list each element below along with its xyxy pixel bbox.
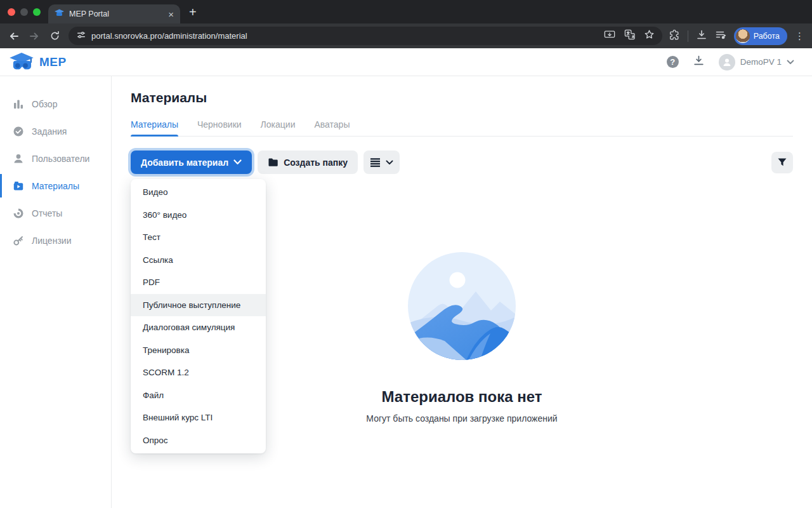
dense-list-icon (370, 157, 381, 168)
check-circle-icon (13, 126, 24, 137)
tab-locations[interactable]: Локации (261, 119, 296, 136)
sidebar-item-label: Материалы (32, 181, 79, 191)
sidebar-item-label: Пользователи (32, 154, 89, 164)
sidebar-item-tasks[interactable]: Задания (0, 117, 111, 145)
dropdown-item-lti-course[interactable]: Внешний курс LTI (131, 406, 266, 429)
add-material-label: Добавить материал (141, 157, 228, 168)
browser-tabstrip: MEP Portal × + (0, 0, 812, 23)
browser-profile-chip[interactable]: Работа (734, 27, 787, 45)
app-header: MEP ? DemoPV 1 (0, 48, 812, 76)
view-mode-button[interactable] (363, 150, 400, 174)
mep-logo-icon (9, 52, 34, 72)
downloads-icon[interactable] (696, 29, 707, 43)
browser-menu-icon[interactable]: ⋮ (795, 30, 804, 42)
sidebar-item-licenses[interactable]: Лицензии (0, 227, 111, 254)
user-name: DemoPV 1 (740, 57, 782, 67)
create-folder-button[interactable]: Создать папку (258, 150, 358, 174)
filter-button[interactable] (771, 152, 793, 173)
tab-materials[interactable]: Материалы (131, 119, 178, 136)
back-icon[interactable] (5, 27, 23, 45)
dropdown-item-pdf[interactable]: PDF (131, 271, 266, 294)
reload-icon[interactable] (46, 27, 63, 45)
funnel-icon (777, 157, 787, 167)
mountains-illustration (408, 252, 516, 360)
sidebar-item-label: Лицензии (32, 236, 71, 246)
page-title: Материалы (131, 90, 793, 105)
content-tabs: Материалы Черновики Локации Аватары (131, 119, 793, 137)
forward-icon[interactable] (25, 27, 43, 45)
dropdown-item-360-video[interactable]: 360° видео (131, 204, 266, 227)
tab-title: MEP Portal (69, 10, 163, 18)
dropdown-item-video[interactable]: Видео (131, 181, 266, 204)
dropdown-item-scorm[interactable]: SCORM 1.2 (131, 361, 266, 384)
sidebar-item-materials[interactable]: Материалы (0, 172, 111, 199)
sidebar-item-reports[interactable]: Отчеты (0, 199, 111, 227)
sidebar-item-overview[interactable]: Обзор (0, 90, 111, 117)
address-bar[interactable]: portal.snorovka.pro/administration/mater… (69, 27, 662, 45)
window-close-button[interactable] (8, 8, 15, 16)
dropdown-item-link[interactable]: Ссылка (131, 249, 266, 272)
person-icon (13, 153, 24, 164)
browser-tab[interactable]: MEP Portal × (48, 4, 180, 23)
profile-avatar (736, 29, 750, 43)
tab-avatars[interactable]: Аватары (314, 119, 350, 136)
folder-icon (268, 157, 278, 167)
window-controls (0, 0, 48, 23)
dropdown-item-dialog-simulation[interactable]: Диалоговая симуляция (131, 316, 266, 339)
main-content: Материалы Материалы Черновики Локации Ав… (112, 76, 812, 508)
app-logo[interactable]: MEP (9, 52, 67, 72)
empty-state-title: Материалов пока нет (382, 388, 542, 406)
screen: MEP Portal × + portal.snorovka.pro/admin… (0, 0, 812, 508)
bookmark-star-icon[interactable] (644, 29, 655, 43)
empty-state-subtitle: Могут быть созданы при загрузке приложен… (366, 413, 557, 424)
window-minimize-button[interactable] (20, 8, 28, 16)
install-app-icon[interactable] (604, 30, 615, 43)
key-icon (13, 235, 24, 246)
site-settings-icon[interactable] (76, 30, 86, 43)
sidebar-item-label: Задания (32, 126, 67, 137)
sidebar-item-label: Отчеты (32, 208, 62, 218)
dropdown-item-public-speech[interactable]: Публичное выступление (131, 294, 266, 317)
help-icon[interactable]: ? (667, 56, 679, 68)
video-library-icon (13, 180, 24, 192)
sidebar: Обзор Задания Пользователи Материалы Отч… (0, 76, 112, 508)
extensions-icon[interactable] (669, 29, 680, 43)
add-material-button[interactable]: Добавить материал (131, 150, 252, 174)
window-zoom-button[interactable] (33, 8, 41, 16)
header-download-icon[interactable] (693, 55, 705, 69)
dropdown-item-file[interactable]: Файл (131, 384, 266, 407)
sidebar-item-label: Обзор (32, 99, 57, 109)
sidebar-item-users[interactable]: Пользователи (0, 145, 111, 172)
dropdown-item-test[interactable]: Тест (131, 226, 266, 249)
dropdown-item-training[interactable]: Тренировка (131, 339, 266, 362)
chevron-down-icon (386, 160, 393, 165)
new-tab-button[interactable]: + (189, 6, 197, 18)
tab-drafts[interactable]: Черновики (197, 119, 242, 136)
browser-toolbar: portal.snorovka.pro/administration/mater… (0, 23, 812, 48)
user-avatar-icon (719, 54, 735, 70)
dropdown-item-survey[interactable]: Опрос (131, 429, 266, 452)
tab-favicon-icon (55, 8, 64, 20)
app-logo-text: MEP (39, 55, 67, 69)
chevron-down-icon (233, 159, 242, 165)
profile-name: Работа (754, 32, 780, 41)
bar-chart-icon (13, 98, 24, 110)
user-chevron-down-icon (787, 60, 794, 65)
content-toolbar: Добавить материал Создать папку Видео 36… (131, 150, 793, 174)
toolbar-separator (688, 30, 688, 42)
add-material-dropdown: Видео 360° видео Тест Ссылка PDF Публичн… (131, 179, 266, 453)
reading-list-icon[interactable] (715, 29, 726, 43)
translate-icon[interactable] (624, 29, 635, 43)
url-text[interactable]: portal.snorovka.pro/administration/mater… (91, 31, 599, 41)
create-folder-label: Создать папку (284, 157, 348, 168)
tab-close-icon[interactable]: × (168, 10, 174, 19)
account-menu[interactable]: DemoPV 1 (719, 54, 794, 70)
donut-chart-icon (13, 208, 24, 219)
